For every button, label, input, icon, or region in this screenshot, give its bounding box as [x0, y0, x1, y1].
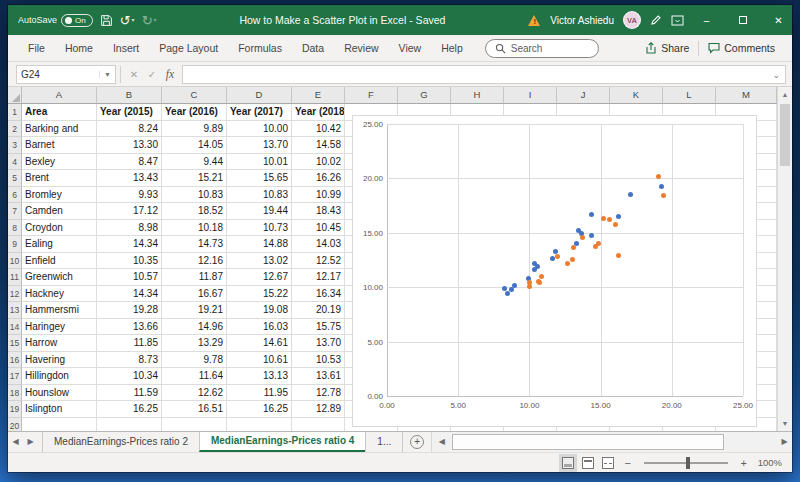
row-number[interactable]: 3	[8, 137, 22, 154]
scroll-left-icon[interactable]: ◀	[434, 432, 449, 452]
scroll-right-icon[interactable]: ▶	[777, 432, 792, 452]
column-header-B[interactable]: B	[97, 87, 162, 104]
cell-E19[interactable]: 12.89	[292, 401, 345, 418]
row-number[interactable]: 20	[8, 418, 22, 432]
scatter-point[interactable]	[607, 217, 612, 222]
cell-E18[interactable]: 12.78	[292, 385, 345, 402]
cell-C6[interactable]: 10.83	[162, 187, 227, 204]
row-number[interactable]: 16	[8, 352, 22, 369]
row-number[interactable]: 2	[8, 121, 22, 138]
zoom-out-button[interactable]: −	[622, 457, 634, 469]
scatter-point[interactable]	[570, 257, 575, 262]
column-header-E[interactable]: E	[292, 87, 345, 104]
cell-B13[interactable]: 19.28	[97, 302, 162, 319]
cell-A7[interactable]: Camden	[22, 203, 97, 220]
close-button[interactable]: ✕	[765, 5, 792, 35]
ribbon-tab-file[interactable]: File	[18, 35, 55, 61]
cell-C14[interactable]: 14.96	[162, 319, 227, 336]
cell-D12[interactable]: 15.22	[227, 286, 292, 303]
cell-B5[interactable]: 13.43	[97, 170, 162, 187]
warning-icon[interactable]: !	[528, 15, 541, 26]
cell-D10[interactable]: 13.02	[227, 253, 292, 270]
scatter-point[interactable]	[509, 287, 514, 292]
cell-D14[interactable]: 16.03	[227, 319, 292, 336]
cell-E5[interactable]: 16.26	[292, 170, 345, 187]
scatter-point[interactable]	[580, 235, 585, 240]
cell-A18[interactable]: Hounslow	[22, 385, 97, 402]
row-number[interactable]: 15	[8, 335, 22, 352]
row-number[interactable]: 7	[8, 203, 22, 220]
zoom-level[interactable]: 100%	[758, 457, 782, 468]
cell-D3[interactable]: 13.70	[227, 137, 292, 154]
row-number[interactable]: 14	[8, 319, 22, 336]
cell-C16[interactable]: 9.78	[162, 352, 227, 369]
scatter-point[interactable]	[601, 216, 606, 221]
cell-C5[interactable]: 15.21	[162, 170, 227, 187]
cell-C11[interactable]: 11.87	[162, 269, 227, 286]
cell-D2[interactable]: 10.00	[227, 121, 292, 138]
cell-A6[interactable]: Bromley	[22, 187, 97, 204]
cell-C4[interactable]: 9.44	[162, 154, 227, 171]
scatter-point[interactable]	[571, 245, 576, 250]
user-name[interactable]: Victor Ashiedu	[550, 15, 614, 26]
scatter-point[interactable]	[550, 256, 555, 261]
scatter-point[interactable]	[616, 214, 621, 219]
row-number[interactable]: 12	[8, 286, 22, 303]
row-number[interactable]: 19	[8, 401, 22, 418]
autosave-control[interactable]: AutoSave On	[18, 14, 93, 27]
cell-D18[interactable]: 11.95	[227, 385, 292, 402]
ribbon-tab-insert[interactable]: Insert	[103, 35, 149, 61]
scroll-down-icon[interactable]: ▼	[778, 416, 792, 431]
new-sheet-button[interactable]: +	[410, 435, 424, 449]
enter-icon[interactable]: ✓	[143, 69, 161, 80]
cell-D15[interactable]: 14.61	[227, 335, 292, 352]
scatter-point[interactable]	[589, 233, 594, 238]
cell-E16[interactable]: 10.53	[292, 352, 345, 369]
cell-A15[interactable]: Harrow	[22, 335, 97, 352]
cell-A8[interactable]: Croydon	[22, 220, 97, 237]
cell-A4[interactable]: Bexley	[22, 154, 97, 171]
scroll-up-icon[interactable]: ▲	[778, 87, 792, 102]
scatter-point[interactable]	[593, 244, 598, 249]
column-header-I[interactable]: I	[504, 87, 557, 104]
cell-A12[interactable]: Hackney	[22, 286, 97, 303]
cell-E1[interactable]: Year (2018)	[292, 104, 345, 121]
cell-E15[interactable]: 13.70	[292, 335, 345, 352]
scatter-point[interactable]	[532, 267, 537, 272]
cell-B10[interactable]: 10.35	[97, 253, 162, 270]
cell-C15[interactable]: 13.29	[162, 335, 227, 352]
row-number[interactable]: 4	[8, 154, 22, 171]
row-number[interactable]: 17	[8, 368, 22, 385]
sheet-nav-right-icon[interactable]: ▶	[23, 432, 38, 452]
cell-B14[interactable]: 13.66	[97, 319, 162, 336]
ribbon-tab-page-layout[interactable]: Page Layout	[149, 35, 228, 61]
cell-B20[interactable]	[97, 418, 162, 432]
ribbon-display-options-icon[interactable]	[671, 15, 684, 26]
horizontal-scrollbar[interactable]: ◀ ▶	[431, 432, 792, 452]
row-number[interactable]: 5	[8, 170, 22, 187]
cell-D1[interactable]: Year (2017)	[227, 104, 292, 121]
maximize-button[interactable]	[729, 5, 756, 35]
column-header-K[interactable]: K	[610, 87, 663, 104]
ribbon-tab-view[interactable]: View	[389, 35, 432, 61]
column-header-H[interactable]: H	[451, 87, 504, 104]
cell-C12[interactable]: 16.67	[162, 286, 227, 303]
formula-input[interactable]: ⌄	[182, 65, 786, 84]
cell-B1[interactable]: Year (2015)	[97, 104, 162, 121]
cell-E7[interactable]: 18.43	[292, 203, 345, 220]
cell-B8[interactable]: 8.98	[97, 220, 162, 237]
row-number[interactable]: 1	[8, 104, 22, 121]
insert-function-icon[interactable]: fx	[161, 68, 179, 80]
cell-B11[interactable]: 10.57	[97, 269, 162, 286]
cell-A2[interactable]: Barking and	[22, 121, 97, 138]
row-number[interactable]: 8	[8, 220, 22, 237]
cell-B9[interactable]: 14.34	[97, 236, 162, 253]
cell-C3[interactable]: 14.05	[162, 137, 227, 154]
scatter-point[interactable]	[616, 253, 621, 258]
column-header-D[interactable]: D	[227, 87, 292, 104]
avatar[interactable]: VA	[623, 11, 641, 29]
row-number[interactable]: 10	[8, 253, 22, 270]
cell-D9[interactable]: 14.88	[227, 236, 292, 253]
row-number[interactable]: 18	[8, 385, 22, 402]
cell-B15[interactable]: 11.85	[97, 335, 162, 352]
